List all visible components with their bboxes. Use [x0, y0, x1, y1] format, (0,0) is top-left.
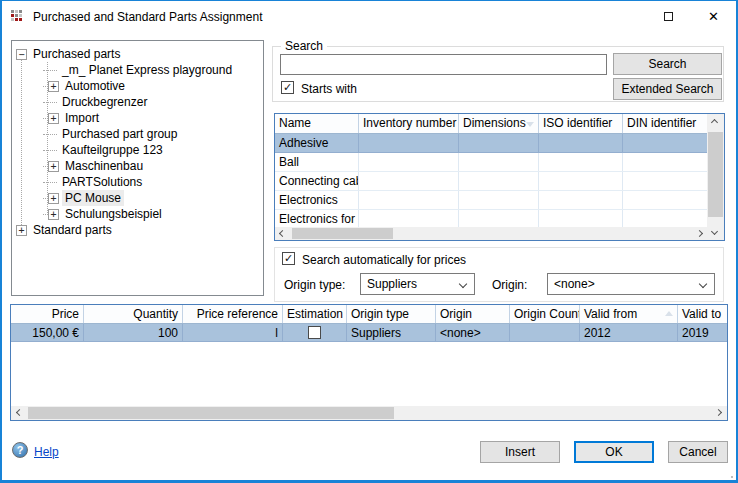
tree-item-partsolutions[interactable]: PARTSolutions [12, 174, 263, 190]
tree-item-planet-express[interactable]: _m_ Planet Express playground [12, 62, 263, 78]
table-row[interactable]: Ball [275, 153, 707, 172]
cell-din-identifier [623, 153, 707, 171]
parts-results-grid[interactable]: Name Inventory number Dimensions ISO ide… [274, 113, 725, 241]
scroll-left-icon[interactable] [16, 409, 23, 416]
starts-with-label: Starts with [301, 82, 357, 96]
column-header-dimensions[interactable]: Dimensions [459, 114, 539, 133]
origin-type-label: Origin type: [284, 278, 345, 292]
title-bar[interactable]: Purchased and Standard Parts Assignment … [2, 1, 736, 32]
cell-din-identifier [623, 210, 707, 227]
maximize-icon [664, 12, 673, 21]
tree-item-import[interactable]: + Import [12, 110, 263, 126]
maximize-button[interactable] [646, 1, 691, 32]
column-header-origin-type[interactable]: Origin type [347, 305, 436, 323]
expand-icon[interactable]: + [48, 113, 59, 124]
scroll-up-icon[interactable] [711, 119, 718, 126]
cell-estimation [283, 324, 347, 341]
origin-value: <none> [554, 277, 595, 291]
scroll-right-icon[interactable] [715, 409, 722, 416]
insert-button[interactable]: Insert [480, 441, 560, 463]
prices-grid[interactable]: Price Quantity Price reference Estimatio… [10, 304, 728, 421]
vscroll-thumb[interactable] [708, 132, 723, 217]
column-header-origin-country[interactable]: Origin Countr [510, 305, 580, 323]
chevron-down-icon [699, 280, 707, 288]
cell-name: Electronics [275, 191, 359, 209]
tree-item-purchased-part-group[interactable]: Purchased part group [12, 126, 263, 142]
tree-item-pc-mouse[interactable]: + PC Mouse [12, 190, 263, 206]
tree-item-druckbegrenzer[interactable]: Druckbegrenzer [12, 94, 263, 110]
cell-name: Connecting cabl [275, 172, 359, 190]
ok-button[interactable]: OK [574, 441, 654, 463]
tree-item-purchased-parts[interactable]: − Purchased parts [12, 46, 263, 62]
column-header-price[interactable]: Price [11, 305, 84, 323]
cell-dimensions [459, 210, 539, 227]
column-header-iso-identifier[interactable]: ISO identifier [539, 114, 623, 133]
cancel-button[interactable]: Cancel [668, 441, 728, 463]
scroll-left-icon[interactable] [279, 230, 286, 237]
prices-grid-header: Price Quantity Price reference Estimatio… [11, 305, 727, 324]
column-header-label: Dimensions [463, 116, 526, 130]
parts-grid-hscrollbar[interactable] [275, 227, 707, 240]
scroll-down-icon[interactable] [711, 228, 718, 235]
column-header-inventory-number[interactable]: Inventory number [359, 114, 459, 133]
extended-search-button[interactable]: Extended Search [613, 78, 722, 100]
table-row[interactable]: Adhesive [275, 134, 707, 153]
scroll-right-icon[interactable] [696, 230, 703, 237]
expand-icon[interactable]: + [16, 225, 27, 236]
column-header-din-identifier[interactable]: DIN identifier [623, 114, 707, 133]
tree-item-standard-parts[interactable]: + Standard parts [12, 222, 263, 238]
tree-item-maschinenbau[interactable]: + Maschinenbau [12, 158, 263, 174]
column-header-price-reference[interactable]: Price reference [183, 305, 283, 323]
parts-tree[interactable]: − Purchased parts _m_ Planet Express pla… [11, 40, 264, 296]
close-button[interactable]: ✕ [691, 1, 736, 32]
column-header-estimation[interactable]: Estimation [283, 305, 347, 323]
column-header-valid-from[interactable]: Valid from [580, 305, 678, 323]
resize-grip[interactable] [731, 476, 733, 478]
hscroll-thumb[interactable] [28, 407, 394, 419]
column-header-valid-to[interactable]: Valid to [678, 305, 727, 323]
tree-connector [43, 70, 57, 71]
expand-icon[interactable]: + [48, 161, 59, 172]
origin-label: Origin: [492, 278, 527, 292]
cell-inventory-number [359, 134, 459, 152]
column-header-name[interactable]: Name [275, 114, 359, 133]
tree-connector [43, 182, 57, 183]
cell-price-reference: l [183, 324, 283, 341]
tree-item-label: Druckbegrenzer [59, 94, 150, 110]
search-button[interactable]: Search [613, 53, 722, 75]
tree-item-schulungsbeispiel[interactable]: + Schulungsbeispiel [12, 206, 263, 222]
starts-with-checkbox[interactable]: ✓ [281, 81, 294, 94]
auto-price-search-checkbox[interactable]: ✓ [282, 252, 295, 265]
cell-dimensions [459, 172, 539, 190]
cell-price: 150,00 € [11, 324, 84, 341]
search-input[interactable] [280, 54, 607, 75]
tree-item-kaufteilgruppe[interactable]: Kaufteilgruppe 123 [12, 142, 263, 158]
table-row[interactable]: Connecting cabl [275, 172, 707, 191]
cell-din-identifier [623, 191, 707, 209]
column-header-origin[interactable]: Origin [436, 305, 510, 323]
estimation-checkbox[interactable] [308, 326, 321, 339]
table-row[interactable]: Electronics for c [275, 210, 707, 227]
column-header-quantity[interactable]: Quantity [84, 305, 183, 323]
origin-type-select[interactable]: Suppliers [360, 273, 475, 295]
help-link[interactable]: Help [34, 445, 59, 459]
origin-select[interactable]: <none> [547, 273, 715, 295]
cell-quantity: 100 [84, 324, 183, 341]
chevron-down-icon [459, 280, 467, 288]
cell-inventory-number [359, 153, 459, 171]
price-row[interactable]: 150,00 € 100 l Suppliers <none> 2012 201… [11, 324, 727, 342]
expand-icon[interactable]: + [48, 193, 59, 204]
collapse-icon[interactable]: − [16, 49, 27, 60]
tree-item-label: PC Mouse [62, 190, 124, 206]
tree-item-label: Import [62, 110, 102, 126]
help-icon[interactable]: ? [12, 442, 28, 458]
parts-grid-vscrollbar[interactable] [707, 114, 724, 240]
table-row[interactable]: Electronics [275, 191, 707, 210]
expand-icon[interactable]: + [48, 209, 59, 220]
prices-grid-hscrollbar[interactable] [11, 406, 727, 420]
auto-price-search-label: Search automatically for prices [302, 253, 466, 267]
expand-icon[interactable]: + [48, 81, 59, 92]
tree-item-automotive[interactable]: + Automotive [12, 78, 263, 94]
cell-valid-to: 2019 [678, 324, 727, 341]
hscroll-thumb[interactable] [292, 228, 393, 239]
